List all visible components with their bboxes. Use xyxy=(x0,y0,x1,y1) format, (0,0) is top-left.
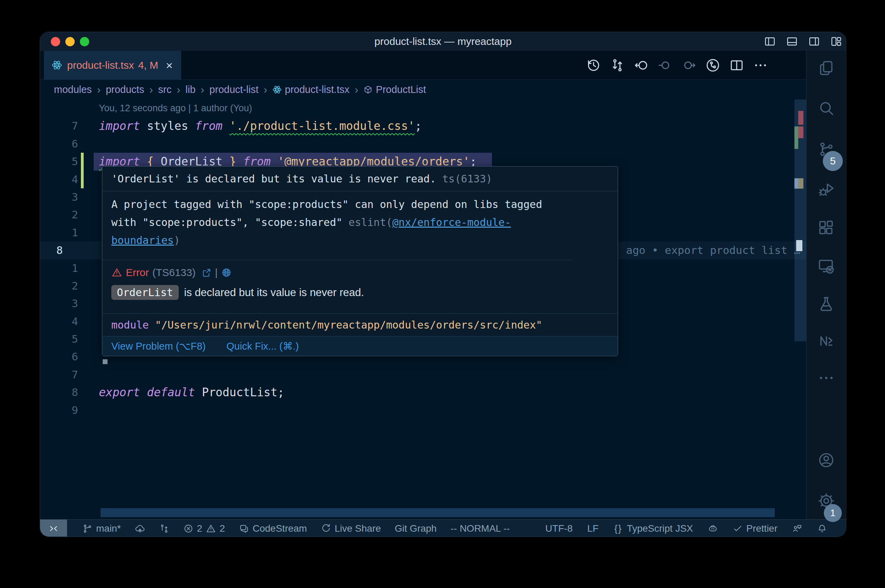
explorer-icon[interactable] xyxy=(817,59,835,77)
more-views-icon[interactable] xyxy=(817,369,835,387)
code-line[interactable]: 7import styles from './product-list.modu… xyxy=(40,117,806,135)
line-number: 1 xyxy=(40,224,78,242)
publish-changes-button[interactable] xyxy=(135,520,145,537)
overview-ruler[interactable] xyxy=(795,99,806,519)
vscode-window: product-list.tsx — myreactapp product-li… xyxy=(40,32,846,537)
breadcrumb-label: product-list.tsx xyxy=(285,84,350,95)
breadcrumb-item-products[interactable]: products xyxy=(106,84,144,95)
remote-indicator[interactable] xyxy=(40,520,67,537)
search-icon[interactable] xyxy=(817,99,835,117)
status-count: 2 xyxy=(197,523,203,534)
symbol-chip: OrderList xyxy=(111,285,179,300)
go-back-button[interactable] xyxy=(634,58,649,73)
code-editor[interactable]: You, 12 seconds ago | 1 author (You)7imp… xyxy=(40,99,806,519)
encoding-status[interactable]: UTF-8 xyxy=(545,520,572,537)
code-line[interactable]: 9 xyxy=(40,402,806,419)
toggle-primary-sidebar-button[interactable] xyxy=(764,35,776,48)
eol-status[interactable]: LF xyxy=(587,520,599,537)
git-branch-status[interactable]: main* xyxy=(82,520,121,537)
notifications-bell[interactable] xyxy=(817,520,827,537)
feedback-icon xyxy=(792,524,802,534)
code-line[interactable]: 7 xyxy=(40,366,806,384)
close-icon[interactable]: × xyxy=(166,59,173,71)
breadcrumb-item-src[interactable]: src xyxy=(158,84,172,95)
status-count: 2 xyxy=(219,523,225,534)
testing-icon[interactable] xyxy=(817,295,835,313)
minimize-window-button[interactable] xyxy=(65,37,75,46)
breadcrumb-item-product-list[interactable]: product-list xyxy=(209,84,258,95)
feedback-status[interactable] xyxy=(792,520,802,537)
zoom-window-button[interactable] xyxy=(80,37,89,46)
code-line[interactable]: 6 xyxy=(40,135,806,153)
ruler-modified-mark xyxy=(795,126,798,149)
status-label: main* xyxy=(96,523,121,534)
status-label: Git Graph xyxy=(395,523,437,534)
vim-mode-status[interactable]: -- NORMAL -- xyxy=(451,520,510,537)
tooltip-resize-handle[interactable] xyxy=(103,359,108,364)
eslint-diagnostic-message: A project tagged with "scope:products" c… xyxy=(102,191,572,260)
ruler-info-mark xyxy=(795,178,798,189)
live-share-status[interactable]: Live Share xyxy=(321,520,381,537)
toggle-secondary-sidebar-button[interactable] xyxy=(808,35,820,48)
open-changes-with-button[interactable] xyxy=(705,58,720,73)
quick-fix-button[interactable]: Quick Fix... (⌘.) xyxy=(227,340,299,352)
codestream-status[interactable]: CodeStream xyxy=(239,520,307,537)
copilot-status[interactable] xyxy=(708,520,718,537)
account-icon[interactable] xyxy=(817,451,835,469)
badge-count: 1 xyxy=(824,504,842,522)
line-number: 5 xyxy=(40,330,78,348)
git-compare-button[interactable] xyxy=(159,520,170,537)
status-label: CodeStream xyxy=(253,523,307,534)
horizontal-scrollbar[interactable] xyxy=(101,508,775,517)
codestream-icon xyxy=(239,524,249,534)
prettier-status[interactable]: Prettier xyxy=(733,520,777,537)
chevron-right-icon: › xyxy=(264,84,267,96)
git-graph-status[interactable]: Git Graph xyxy=(395,520,437,537)
breadcrumb-item-ProductList[interactable]: ProductList xyxy=(363,84,426,95)
globe-icon[interactable] xyxy=(221,267,231,278)
error-detail-text: is declared but its value is never read. xyxy=(184,286,364,299)
activity-bar: 51 xyxy=(806,51,846,519)
warning-triangle-icon xyxy=(206,524,216,534)
chevron-right-icon: › xyxy=(201,84,204,96)
toggle-panel-button[interactable] xyxy=(786,35,798,48)
copilot-icon xyxy=(708,524,718,534)
traffic-lights xyxy=(40,37,89,46)
chevron-right-icon: › xyxy=(97,84,101,96)
bell-icon xyxy=(817,524,827,534)
chevron-right-icon: › xyxy=(149,84,153,96)
view-problem-button[interactable]: View Problem (⌥F8) xyxy=(111,340,206,352)
run-debug-icon[interactable] xyxy=(817,180,835,198)
tab-product-list[interactable]: product-list.tsx 4, M × xyxy=(44,51,181,80)
gitlens-codelens[interactable]: You, 12 seconds ago | 1 author (You) xyxy=(99,99,252,117)
breadcrumb-item-modules[interactable]: modules xyxy=(54,84,92,95)
open-changes-button[interactable] xyxy=(610,58,625,73)
close-window-button[interactable] xyxy=(51,37,60,46)
tab-modified-badge: 4, M xyxy=(138,59,158,71)
symbol-box-icon xyxy=(363,85,373,94)
previous-change-button[interactable] xyxy=(658,58,673,73)
code-line[interactable]: 8export default ProductList; xyxy=(40,384,806,401)
react-icon xyxy=(51,60,62,70)
editor-toolbar xyxy=(586,51,806,80)
codelens-row[interactable]: You, 12 seconds ago | 1 author (You) xyxy=(40,99,806,117)
ruler-cursor-mark xyxy=(796,240,802,251)
inline-blame-annotation: ago • export product list … xyxy=(626,242,800,259)
language-mode-status[interactable]: {}TypeScript JSX xyxy=(613,520,693,537)
timeline-history-button[interactable] xyxy=(586,58,601,73)
problems-status[interactable]: 22 xyxy=(183,520,225,537)
extensions-icon[interactable] xyxy=(817,219,835,237)
error-code: (TS6133) xyxy=(152,267,196,279)
status-label: Prettier xyxy=(746,523,777,534)
external-link-icon[interactable] xyxy=(201,267,212,278)
nx-console-icon[interactable] xyxy=(817,332,835,350)
customize-layout-button[interactable] xyxy=(830,35,843,48)
next-change-button[interactable] xyxy=(681,58,697,73)
breadcrumb-item-product-list.tsx[interactable]: product-list.tsx xyxy=(272,84,350,95)
split-editor-button[interactable] xyxy=(729,58,744,73)
badge-count: 5 xyxy=(823,151,843,171)
line-number: 6 xyxy=(40,135,78,153)
breadcrumb-item-lib[interactable]: lib xyxy=(186,84,196,95)
remote-explorer-icon[interactable] xyxy=(817,257,835,275)
more-actions-button[interactable] xyxy=(753,58,768,73)
